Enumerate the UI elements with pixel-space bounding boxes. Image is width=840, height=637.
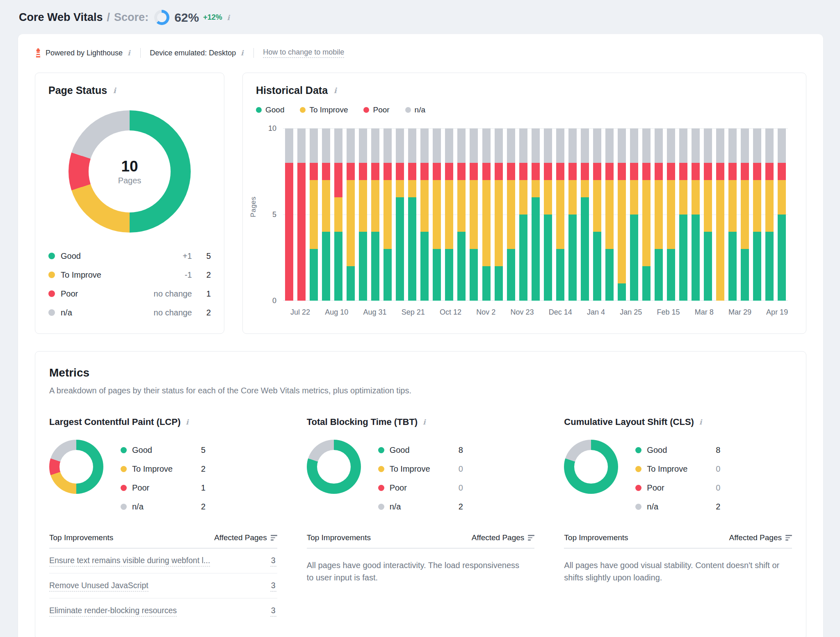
- stacked-bar[interactable]: [753, 128, 761, 301]
- x-label-slot: [680, 308, 687, 319]
- score-label: Score:: [114, 11, 148, 24]
- bar-segment-na: [593, 128, 601, 163]
- stacked-bar[interactable]: [445, 128, 453, 301]
- stacked-bar[interactable]: [359, 128, 367, 301]
- stacked-bar[interactable]: [532, 128, 540, 301]
- info-icon[interactable]: [422, 418, 427, 426]
- bar-slot: [751, 128, 763, 301]
- stacked-bar[interactable]: [630, 128, 638, 301]
- stacked-bar[interactable]: [482, 128, 491, 301]
- good-dot-icon: [48, 253, 55, 259]
- improve-dot-icon: [48, 272, 55, 278]
- affected-pages-count[interactable]: 3: [270, 606, 276, 616]
- change-to-mobile-link[interactable]: How to change to mobile: [263, 48, 344, 58]
- improve-dot-icon: [121, 466, 127, 472]
- legend-label: Good: [647, 445, 716, 455]
- x-label-slot: [642, 308, 649, 319]
- stacked-bar[interactable]: [383, 128, 392, 301]
- improvement-link[interactable]: Remove Unused JavaScript: [49, 581, 148, 591]
- stacked-bar[interactable]: [470, 128, 478, 301]
- stacked-bar[interactable]: [310, 128, 318, 301]
- x-tick-label: Mar 8: [695, 308, 714, 317]
- affected-pages-sort[interactable]: Affected Pages: [729, 533, 792, 542]
- improve-dot-icon: [635, 466, 641, 472]
- legend-value: 8: [459, 445, 535, 455]
- stacked-bar[interactable]: [778, 128, 786, 301]
- stacked-bar[interactable]: [457, 128, 466, 301]
- bar-segment-improve: [359, 180, 367, 232]
- metric-donut-chart[interactable]: [307, 440, 361, 494]
- good-dot-icon: [378, 447, 384, 453]
- info-icon[interactable]: [126, 49, 131, 57]
- stacked-bar[interactable]: [581, 128, 589, 301]
- stacked-bar[interactable]: [716, 128, 724, 301]
- stacked-bar[interactable]: [704, 128, 712, 301]
- score-ring-chart: [154, 10, 169, 25]
- info-icon[interactable]: [333, 86, 338, 95]
- legend-value: 2: [201, 464, 277, 474]
- affected-pages-count[interactable]: 3: [270, 581, 276, 591]
- info-icon[interactable]: [240, 49, 244, 57]
- bar-segment-improve: [371, 180, 379, 232]
- legend-label: Poor: [390, 483, 459, 493]
- stacked-bar[interactable]: [568, 128, 577, 301]
- bar-segment-poor: [778, 163, 786, 180]
- stacked-bar[interactable]: [519, 128, 527, 301]
- stacked-bar[interactable]: [655, 128, 663, 301]
- bar-segment-poor: [383, 163, 392, 180]
- bar-segment-na: [753, 128, 761, 163]
- bar-slot: [554, 128, 566, 301]
- stacked-bar[interactable]: [322, 128, 330, 301]
- page-status-donut-chart[interactable]: 10 Pages: [68, 110, 191, 233]
- metric-donut-chart[interactable]: [49, 440, 103, 494]
- metric-legend: Good5To Improve2Poor1n/a2: [121, 440, 277, 516]
- stacked-bar[interactable]: [593, 128, 601, 301]
- bar-slot: [283, 128, 295, 301]
- legend-value: 0: [716, 483, 792, 493]
- stacked-bar[interactable]: [692, 128, 700, 301]
- stacked-bar[interactable]: [728, 128, 737, 301]
- stacked-bar[interactable]: [433, 128, 441, 301]
- top-improvements-header: Top Improvements: [49, 533, 113, 542]
- stacked-bar[interactable]: [765, 128, 774, 301]
- improvement-link[interactable]: Ensure text remains visible during webfo…: [49, 556, 210, 566]
- stacked-bar[interactable]: [408, 128, 416, 301]
- stacked-bar[interactable]: [347, 128, 355, 301]
- stacked-bar[interactable]: [297, 128, 306, 301]
- stacked-bar[interactable]: [679, 128, 687, 301]
- stacked-bar[interactable]: [556, 128, 564, 301]
- stacked-bar[interactable]: [495, 128, 503, 301]
- stacked-bar[interactable]: [741, 128, 749, 301]
- stacked-bar[interactable]: [371, 128, 379, 301]
- lighthouse-icon: [35, 48, 41, 57]
- stacked-bar[interactable]: [285, 128, 293, 301]
- info-icon[interactable]: [112, 86, 117, 95]
- stacked-bar[interactable]: [544, 128, 552, 301]
- bar-segment-na: [667, 128, 675, 163]
- stacked-bar[interactable]: [507, 128, 515, 301]
- stacked-bar[interactable]: [420, 128, 429, 301]
- affected-pages-sort[interactable]: Affected Pages: [214, 533, 277, 542]
- info-icon[interactable]: [698, 418, 703, 426]
- chart-legend-item: To Improve: [300, 105, 348, 114]
- bar-segment-poor: [482, 163, 491, 180]
- stacked-bar[interactable]: [334, 128, 342, 301]
- stacked-bar[interactable]: [396, 128, 404, 301]
- affected-pages-count[interactable]: 3: [270, 556, 276, 566]
- affected-pages-sort[interactable]: Affected Pages: [472, 533, 535, 542]
- bar-segment-good: [396, 197, 404, 301]
- stacked-bar[interactable]: [642, 128, 651, 301]
- improvement-link[interactable]: Eliminate render-blocking resources: [49, 606, 177, 616]
- info-icon[interactable]: [226, 14, 231, 22]
- bar-slot: [480, 128, 493, 301]
- stacked-bar[interactable]: [605, 128, 614, 301]
- bar-segment-poor: [322, 163, 330, 180]
- bar-segment-improve: [457, 180, 466, 232]
- metric-legend-item: Good8: [378, 441, 535, 459]
- metric-donut-chart[interactable]: [564, 440, 618, 494]
- info-icon[interactable]: [185, 418, 189, 426]
- legend-change: +1: [183, 251, 192, 261]
- stacked-bar[interactable]: [667, 128, 675, 301]
- metrics-card: Metrics A breakdown of pages by their st…: [35, 351, 806, 637]
- stacked-bar[interactable]: [618, 128, 626, 301]
